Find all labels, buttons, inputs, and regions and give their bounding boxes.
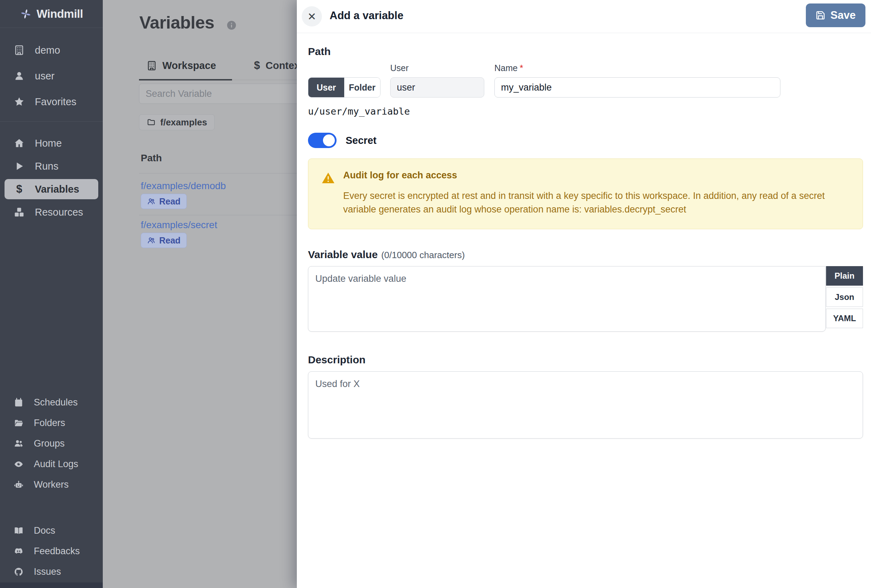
active-tab-underline — [139, 79, 232, 81]
drawer-header: ✕ Add a variable Save — [297, 0, 871, 33]
sidebar-item-docs[interactable]: Docs — [0, 521, 103, 541]
format-tab-plain[interactable]: Plain — [826, 266, 863, 286]
owner-option-folder[interactable]: Folder — [344, 78, 380, 97]
value-section-heading: Variable value(0/10000 characters) — [308, 249, 863, 260]
sidebar-item-feedbacks[interactable]: Feedbacks — [0, 541, 103, 561]
book-open-icon — [14, 526, 23, 536]
required-marker: * — [520, 63, 523, 73]
discord-icon — [14, 546, 23, 556]
info-icon[interactable] — [226, 20, 236, 30]
description-textarea[interactable] — [308, 371, 863, 438]
variable-link[interactable]: f/examples/demodb — [141, 180, 226, 192]
save-icon — [816, 10, 825, 20]
folder-chip-label: f/examples — [160, 117, 207, 128]
value-editor-row: Plain Json YAML — [308, 266, 863, 332]
value-heading-text: Variable value — [308, 249, 378, 260]
windmill-app: Windmill demo user Favorites — [0, 0, 871, 588]
github-icon — [14, 567, 23, 576]
sidebar-item-variables[interactable]: $ Variables — [0, 178, 103, 200]
sidebar-item-label: Home — [35, 138, 62, 149]
secret-label: Secret — [346, 135, 377, 146]
sidebar-item-label: Resources — [35, 206, 83, 218]
warning-body: Every secret is encrypted at rest and in… — [343, 189, 845, 216]
dollar-icon: $ — [14, 183, 24, 195]
user-input[interactable] — [390, 77, 484, 97]
sidebar-item-label: Issues — [34, 566, 61, 577]
format-tab-yaml[interactable]: YAML — [826, 309, 863, 328]
sidebar-bottom-bar — [0, 582, 103, 588]
close-icon[interactable]: ✕ — [302, 6, 322, 27]
sidebar-item-label: user — [35, 70, 54, 82]
tab-workspace[interactable]: Workspace — [147, 51, 216, 80]
sidebar-item-workers[interactable]: Workers — [0, 474, 103, 495]
sidebar-item-user[interactable]: user — [0, 63, 103, 89]
badge-label: Read — [159, 196, 181, 206]
path-fields-row: User Folder User Name* — [308, 63, 863, 97]
path-section-heading: Path — [308, 46, 863, 57]
format-tab-json[interactable]: Json — [826, 287, 863, 307]
sidebar-item-groups[interactable]: Groups — [0, 433, 103, 454]
sidebar-divider — [0, 121, 103, 121]
warning-content: Audit log for each access Every secret i… — [343, 170, 845, 216]
name-field: Name* — [494, 63, 780, 97]
robot-icon — [14, 480, 23, 489]
name-input[interactable] — [494, 77, 780, 97]
sidebar-item-folders[interactable]: Folders — [0, 413, 103, 433]
format-tabs: Plain Json YAML — [826, 266, 863, 328]
users-gear-icon — [14, 439, 23, 448]
dollar-icon: $ — [254, 59, 260, 72]
sidebar-item-label: Feedbacks — [34, 546, 80, 557]
sidebar-footer-group: Docs Feedbacks Issues — [0, 521, 103, 582]
sidebar-item-home[interactable]: Home — [0, 132, 103, 155]
app-logo[interactable]: Windmill — [0, 0, 103, 28]
sidebar-item-label: demo — [35, 45, 60, 56]
folder-filter-chip[interactable]: f/examples — [139, 114, 215, 130]
variable-value-textarea[interactable] — [308, 266, 826, 332]
users-icon — [147, 236, 156, 245]
folder-open-icon — [14, 418, 23, 428]
home-icon — [14, 138, 24, 148]
sidebar-item-label: Workers — [34, 479, 69, 490]
variable-link[interactable]: f/examples/secret — [141, 220, 217, 230]
sidebar-item-workspace[interactable]: demo — [0, 37, 103, 63]
sidebar-item-runs[interactable]: Runs — [0, 155, 103, 178]
user-field: User — [390, 63, 484, 97]
name-field-label: Name* — [494, 63, 780, 73]
sidebar-nav-group: Home Runs $ Variables Resources — [0, 132, 103, 224]
secret-toggle-row: Secret — [308, 133, 863, 148]
calendar-icon — [14, 398, 23, 407]
users-icon — [147, 197, 156, 205]
sidebar-item-schedules[interactable]: Schedules — [0, 392, 103, 413]
app-name: Windmill — [37, 7, 83, 21]
star-icon — [14, 96, 24, 107]
sidebar-item-label: Docs — [34, 525, 55, 536]
eye-icon — [14, 459, 23, 469]
secret-toggle[interactable] — [308, 133, 337, 148]
sidebar-item-label: Schedules — [34, 397, 78, 408]
sidebar-item-issues[interactable]: Issues — [0, 561, 103, 582]
save-label: Save — [831, 9, 856, 22]
sidebar-item-label: Folders — [34, 417, 65, 428]
sidebar-item-label: Groups — [34, 438, 65, 449]
boxes-icon — [14, 207, 24, 217]
owner-type-toggle: User Folder — [308, 77, 380, 97]
sidebar-item-favorites[interactable]: Favorites — [0, 89, 103, 115]
save-button[interactable]: Save — [806, 3, 865, 27]
path-preview: u/user/my_variable — [308, 106, 863, 117]
sidebar-item-audit-logs[interactable]: Audit Logs — [0, 454, 103, 474]
folder-icon — [147, 118, 156, 127]
sidebar-item-label: Audit Logs — [34, 459, 78, 470]
tab-context[interactable]: $ Context — [254, 51, 303, 80]
sidebar: Windmill demo user Favorites — [0, 0, 103, 588]
sidebar-top-group: demo user Favorites — [0, 37, 103, 115]
sidebar-admin-group: Schedules Folders Groups — [0, 392, 103, 495]
building-icon — [147, 61, 157, 71]
warning-title: Audit log for each access — [343, 170, 845, 181]
sidebar-item-label: Variables — [35, 184, 79, 195]
character-counter: (0/10000 characters) — [381, 250, 465, 260]
sidebar-item-resources[interactable]: Resources — [0, 200, 103, 224]
page-title: Variables — [139, 12, 214, 33]
owner-option-user[interactable]: User — [308, 78, 344, 97]
tab-label: Workspace — [162, 60, 216, 72]
building-icon — [14, 45, 24, 55]
